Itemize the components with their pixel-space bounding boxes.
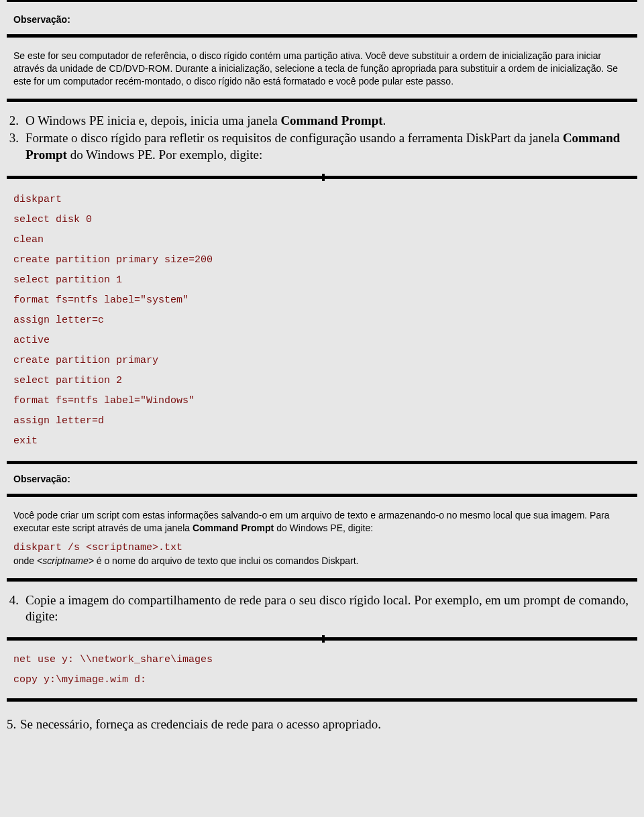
code-line: net use y: \\network_share\images	[13, 650, 631, 670]
step-4-text: Copie a imagem do compartilhamento de re…	[25, 592, 637, 625]
observation-2-code: diskpart /s <scriptname>.txt	[13, 541, 631, 555]
step-5-text: Se necessário, forneça as credenciais de…	[20, 716, 637, 733]
step-5: 5. Se necessário, forneça as credenciais…	[7, 716, 637, 733]
step-4-number: 4.	[7, 592, 25, 625]
step-3-pre: Formate o disco rígido para refletir os …	[25, 131, 563, 145]
step-2-post: .	[383, 113, 386, 127]
step-5-block: 5. Se necessário, forneça as credenciais…	[0, 702, 644, 739]
code-line: select partition 2	[13, 371, 631, 391]
observation-2-p1: Você pode criar um script com estas info…	[13, 509, 631, 535]
obs2-p2-pre: onde	[13, 555, 37, 566]
step-2-bold: Command Prompt	[280, 113, 382, 127]
step-2-pre: O Windows PE inicia e, depois, inicia um…	[25, 113, 280, 127]
observation-1-body: Se este for seu computador de referência…	[7, 38, 637, 102]
step-4-block: 4. Copie a imagem do compartilhamento de…	[0, 582, 644, 633]
code-line: exit	[13, 431, 631, 451]
observation-1-header: Observação:	[7, 5, 637, 38]
step-2-number: 2.	[7, 113, 25, 129]
step-3-number: 3.	[7, 130, 25, 163]
code-block-1-topbar	[7, 176, 637, 179]
obs2-p2-post: é o nome do arquivo de texto que inclui …	[94, 555, 359, 566]
step-4: 4. Copie a imagem do compartilhamento de…	[7, 592, 637, 625]
step-3: 3. Formate o disco rígido para refletir …	[7, 130, 637, 163]
steps-2-3: 2. O Windows PE inicia e, depois, inicia…	[0, 102, 644, 172]
obs2-p1-bold: Command Prompt	[193, 523, 274, 533]
code-line: format fs=ntfs label="system"	[13, 290, 631, 311]
step-3-post: do Windows PE. Por exemplo, digite:	[67, 148, 262, 162]
code-line: select disk 0	[13, 210, 631, 230]
code-line: select partition 1	[13, 270, 631, 290]
code-line: create partition primary	[13, 351, 631, 371]
code-line: diskpart	[13, 190, 631, 210]
code-line: assign letter=c	[13, 311, 631, 331]
code-block-1-wrap: diskpartselect disk 0cleancreate partiti…	[7, 176, 637, 464]
code-line: assign letter=d	[13, 411, 631, 431]
observation-2-body: Você pode criar um script com estas info…	[7, 497, 637, 582]
step-5-number: 5.	[7, 716, 20, 733]
top-divider	[7, 0, 637, 2]
code-line: format fs=ntfs label="Windows"	[13, 391, 631, 411]
step-2: 2. O Windows PE inicia e, depois, inicia…	[7, 113, 637, 129]
code-line: clean	[13, 230, 631, 250]
code-block-2: net use y: \\network_share\imagescopy y:…	[7, 637, 637, 702]
code-line: copy y:\myimage.wim d:	[13, 670, 631, 690]
observation-2-header: Observação:	[7, 464, 637, 497]
observation-2-p2: onde <scriptname> é o nome do arquivo de…	[13, 555, 631, 567]
code-line: active	[13, 331, 631, 351]
obs2-p1-post: do Windows PE, digite:	[274, 523, 373, 533]
step-3-text: Formate o disco rígido para refletir os …	[25, 130, 637, 163]
code-line: create partition primary size=200	[13, 250, 631, 270]
code-block-1: diskpartselect disk 0cleancreate partiti…	[7, 179, 637, 464]
step-2-text: O Windows PE inicia e, depois, inicia um…	[25, 113, 637, 129]
obs2-p2-italic: <scriptname>	[37, 555, 94, 566]
